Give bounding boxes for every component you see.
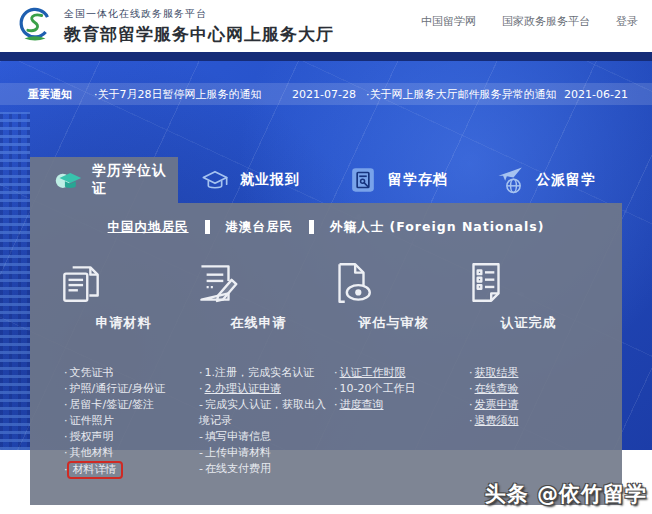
step-link-diploma[interactable]: 文凭证书 xyxy=(70,366,114,379)
step-link-upload-materials[interactable]: 上传申请材料 xyxy=(205,446,271,459)
step-link-other-materials[interactable]: 其他材料 xyxy=(70,446,114,459)
edit-document-icon xyxy=(191,258,241,308)
notice-label: 重要通知 xyxy=(28,87,94,102)
step-completion: 认证完成 xyxy=(461,258,596,332)
list-item: ·2.办理认证申请 xyxy=(199,381,326,397)
tab-label: 公派留学 xyxy=(536,171,596,189)
step-link-working-days[interactable]: 10-20个工作日 xyxy=(340,382,416,395)
audience-nav: 中国内地居民 港澳台居民 外籍人士 (Foreign Nationals) xyxy=(30,216,622,238)
list-item: ·护照/通行证/身份证 xyxy=(64,381,191,397)
tab-study-archive[interactable]: 留学存档 xyxy=(326,157,474,203)
list-item: ·退费须知 xyxy=(469,413,596,429)
list-item: -完成实人认证，获取出入境记录 xyxy=(199,397,326,429)
airplane-globe-icon xyxy=(496,165,526,195)
step-link-time-limit[interactable]: 认证工作时限 xyxy=(340,366,406,379)
watermark-text: 头条 @依竹留学 xyxy=(485,480,647,508)
header-link-china-study[interactable]: 中国留学网 xyxy=(421,14,476,29)
step-link-passport[interactable]: 护照/通行证/身份证 xyxy=(70,382,165,395)
step-online-application: 在线申请 xyxy=(191,258,326,332)
material-details-link-highlighted[interactable]: 材料详情 xyxy=(67,461,123,479)
list-item: -填写申请信息 xyxy=(199,429,326,445)
step-application-materials: 申请材料 xyxy=(56,258,191,332)
login-link[interactable]: 登录 xyxy=(616,14,638,29)
graduation-cap-filled-icon xyxy=(52,165,82,195)
divider xyxy=(309,220,314,234)
audience-tab-foreign[interactable]: 外籍人士 (Foreign Nationals) xyxy=(330,219,544,236)
tab-employment-registration[interactable]: 就业报到 xyxy=(178,157,326,203)
checklist-document-icon xyxy=(461,258,511,308)
step-link-refund-notice[interactable]: 退费须知 xyxy=(475,414,519,427)
certification-panel: 中国内地居民 港澳台居民 外籍人士 (Foreign Nationals) 申请… xyxy=(30,203,622,505)
step-link-register[interactable]: 1.注册，完成实名认证 xyxy=(205,366,315,379)
review-eye-document-icon xyxy=(326,258,376,308)
list-item: ·材料详情 xyxy=(64,461,191,479)
header-links: 中国留学网 国家政务服务平台 登录 xyxy=(421,0,638,29)
platform-label: 全国一体化在线政务服务平台 xyxy=(64,7,334,21)
step-link-authorization[interactable]: 授权声明 xyxy=(70,430,114,443)
step-link-online-verify[interactable]: 在线查验 xyxy=(475,382,519,395)
step-link-fill-info[interactable]: 填写申请信息 xyxy=(205,430,271,443)
step-title: 在线申请 xyxy=(191,314,326,332)
step-title: 评估与审核 xyxy=(326,314,461,332)
tab-label: 学历学位认证 xyxy=(92,162,178,198)
header-link-gov-platform[interactable]: 国家政务服务平台 xyxy=(502,14,590,29)
list-item: ·在线查验 xyxy=(469,381,596,397)
archive-document-icon xyxy=(348,165,378,195)
notice-date-1: 2021-07-28 xyxy=(292,88,356,101)
list-item: ·授权声明 xyxy=(64,429,191,445)
list-item: ·证件照片 xyxy=(64,413,191,429)
building-texture xyxy=(0,112,30,450)
list-item: ·认证工作时限 xyxy=(334,365,461,381)
step-title: 申请材料 xyxy=(56,314,191,332)
application-materials-list: ·文凭证书 ·护照/通行证/身份证 ·居留卡/签证/签注 ·证件照片 ·授权声明… xyxy=(56,365,191,479)
tab-government-sponsored-study[interactable]: 公派留学 xyxy=(474,157,622,203)
tab-label: 就业报到 xyxy=(240,171,300,189)
list-item: ·居留卡/签证/签注 xyxy=(64,397,191,413)
review-list: ·认证工作时限 ·10-20个工作日 ·进度查询 xyxy=(326,365,461,479)
list-item: -上传申请材料 xyxy=(199,445,326,461)
tab-label: 留学存档 xyxy=(388,171,448,189)
step-review: 评估与审核 xyxy=(326,258,461,332)
step-link-residence-card[interactable]: 居留卡/签证/签注 xyxy=(70,398,154,411)
list-item: ·其他材料 xyxy=(64,445,191,461)
step-title: 认证完成 xyxy=(461,314,596,332)
divider xyxy=(205,220,210,234)
step-link-progress-query[interactable]: 进度查询 xyxy=(340,398,384,411)
site-brand: 全国一体化在线政务服务平台 教育部留学服务中心网上服务大厅 xyxy=(14,5,334,47)
online-application-list: ·1.注册，完成实名认证 ·2.办理认证申请 -完成实人认证，获取出入境记录 -… xyxy=(191,365,326,479)
step-link-real-person-auth[interactable]: 完成实人认证，获取出入境记录 xyxy=(199,398,326,427)
audience-tab-mainland[interactable]: 中国内地居民 xyxy=(108,219,189,236)
graduation-cap-outline-icon xyxy=(200,165,230,195)
completion-list: ·获取结果 ·在线查验 ·发票申请 ·退费须知 xyxy=(461,365,596,479)
step-link-id-photo[interactable]: 证件照片 xyxy=(70,414,114,427)
list-item: ·10-20个工作日 xyxy=(334,381,461,397)
steps-header-row: 申请材料 在线申请 评估与审核 xyxy=(56,258,596,332)
notice-date-2: 2021-06-21 xyxy=(564,88,628,101)
notice-link-1[interactable]: ·关于7月28日暂停网上服务的通知 xyxy=(94,87,292,102)
list-item: ·1.注册，完成实名认证 xyxy=(199,365,326,381)
audience-tab-hmt[interactable]: 港澳台居民 xyxy=(226,219,294,236)
documents-icon xyxy=(56,258,106,308)
list-item: ·发票申请 xyxy=(469,397,596,413)
notice-link-2[interactable]: ·关于网上服务大厅邮件服务异常的通知 xyxy=(366,87,564,102)
step-link-apply-certification[interactable]: 2.办理认证申请 xyxy=(205,382,282,395)
tab-degree-certification[interactable]: 学历学位认证 xyxy=(30,157,178,203)
list-item: ·获取结果 xyxy=(469,365,596,381)
list-item: ·进度查询 xyxy=(334,397,461,413)
main-tabs: 学历学位认证 就业报到 留学存档 公派留学 xyxy=(30,157,622,203)
steps-lists-row: ·文凭证书 ·护照/通行证/身份证 ·居留卡/签证/签注 ·证件照片 ·授权声明… xyxy=(56,352,596,479)
step-link-get-result[interactable]: 获取结果 xyxy=(475,366,519,379)
notice-bar: 重要通知 ·关于7月28日暂停网上服务的通知 2021-07-28 ·关于网上服… xyxy=(0,83,652,105)
site-logo-icon xyxy=(14,5,56,47)
site-header: 全国一体化在线政务服务平台 教育部留学服务中心网上服务大厅 中国留学网 国家政务… xyxy=(0,0,652,52)
step-link-pay-online[interactable]: 在线支付费用 xyxy=(205,462,271,475)
list-item: ·文凭证书 xyxy=(64,365,191,381)
site-title: 教育部留学服务中心网上服务大厅 xyxy=(64,23,334,46)
list-item: -在线支付费用 xyxy=(199,461,326,477)
step-link-invoice-request[interactable]: 发票申请 xyxy=(475,398,519,411)
